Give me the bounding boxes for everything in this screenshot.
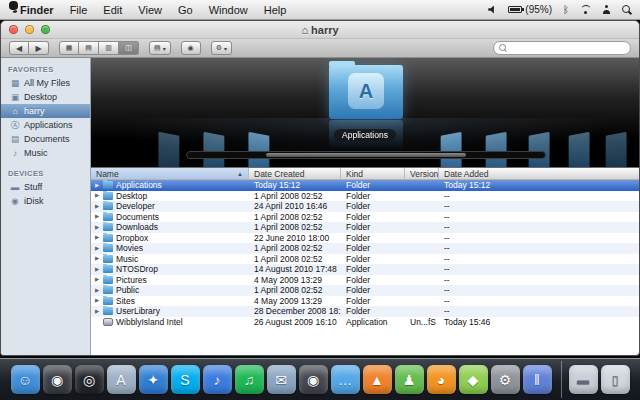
menu-view[interactable]: View [138, 4, 162, 16]
kind-cell: Folder [341, 264, 405, 274]
messages-icon[interactable]: … [331, 365, 360, 394]
bluetooth-icon[interactable]: ᛒ [563, 5, 569, 15]
action-menu-button[interactable]: ⚙▾ [211, 41, 232, 55]
folder-icon [103, 223, 113, 231]
disclosure-triangle-icon[interactable] [95, 246, 102, 252]
table-row[interactable]: NTOSDrop 14 August 2010 17:48 Folder -- [91, 264, 639, 275]
date-added-cell: -- [439, 275, 639, 285]
disclosure-triangle-icon[interactable] [95, 298, 102, 304]
table-row[interactable]: Sites 4 May 2009 13:29 Folder -- [91, 296, 639, 307]
menu-edit[interactable]: Edit [103, 4, 122, 16]
sidebar-item-music[interactable]: ♪ Music [1, 146, 90, 160]
mail-icon[interactable]: ✉ [267, 365, 296, 394]
column-header-version[interactable]: Version [405, 168, 439, 179]
kind-cell: Folder [341, 306, 405, 316]
column-header-date-created[interactable]: Date Created [249, 168, 341, 179]
dock-icon-glyph: ♪ [214, 373, 221, 387]
table-row[interactable]: Documents 1 April 2008 02:52 Folder -- [91, 212, 639, 223]
chevron-down-icon: ▾ [224, 45, 227, 52]
table-row[interactable]: WibblyIsland Intel 26 August 2009 16:10 … [91, 317, 639, 328]
adium-icon[interactable]: ♟ [395, 365, 424, 394]
column-header-date-added[interactable]: Date Added [439, 168, 639, 179]
disclosure-triangle-icon[interactable] [95, 204, 102, 210]
volume-icon[interactable] [488, 6, 497, 14]
column-header-kind[interactable]: Kind [341, 168, 405, 179]
menu-file[interactable]: File [70, 4, 88, 16]
battery-indicator[interactable]: (95%) [508, 4, 552, 15]
table-row[interactable]: Applications Today 15:12 Folder Today 15… [91, 180, 639, 191]
finder-icon[interactable]: ☺ [11, 365, 40, 394]
coverflow-scrollbar[interactable] [186, 151, 546, 159]
back-button[interactable]: ◀ [9, 41, 29, 55]
aperture-icon[interactable]: ◉ [299, 365, 328, 394]
date-created-cell: 22 June 2010 18:00 [249, 233, 341, 243]
table-row[interactable]: Music 1 April 2008 02:52 Folder -- [91, 254, 639, 265]
file-name: Dropbox [116, 233, 148, 243]
column-header-name[interactable]: Name▲ [91, 168, 249, 179]
sidebar-item-harry[interactable]: ⌂ harry [1, 104, 90, 118]
sidebar-item-stuff[interactable]: ▬ Stuff [1, 180, 90, 194]
sidebar-item-all-my-files[interactable]: ▦ All My Files [1, 76, 90, 90]
table-row[interactable]: Pictures 4 May 2009 13:29 Folder -- [91, 275, 639, 286]
spotlight-icon[interactable] [622, 5, 632, 15]
search-input[interactable] [511, 43, 625, 53]
menu-finder[interactable]: Finder [20, 4, 54, 16]
kind-cell: Folder [341, 201, 405, 211]
disclosure-triangle-icon[interactable] [95, 277, 102, 283]
external-drive-icon[interactable]: ▬ [569, 365, 598, 394]
dock-icon-glyph: ⚙ [499, 373, 512, 387]
menu-help[interactable]: Help [264, 4, 287, 16]
sidebar-item-applications[interactable]: Ⓐ Applications [1, 118, 90, 132]
disclosure-triangle-icon[interactable] [95, 193, 102, 199]
photo-booth-icon[interactable]: ◎ [75, 365, 104, 394]
trash-icon[interactable]: ▯ [601, 365, 630, 394]
search-field[interactable] [493, 41, 631, 55]
forward-button[interactable]: ▶ [29, 41, 49, 55]
icon-view-button[interactable]: ▦ [59, 41, 79, 55]
sidebar-item-idisk[interactable]: ◉ iDisk [1, 194, 90, 208]
disclosure-triangle-icon[interactable] [95, 267, 102, 273]
quick-look-button[interactable]: ◉ [181, 41, 201, 55]
list-view-button[interactable]: ▤ [79, 41, 99, 55]
table-row[interactable]: UserLibrary 28 December 2008 18:23 Folde… [91, 306, 639, 317]
table-row[interactable]: Desktop 1 April 2008 02:52 Folder -- [91, 191, 639, 202]
table-row[interactable]: Downloads 1 April 2008 02:52 Folder -- [91, 222, 639, 233]
disclosure-triangle-icon[interactable] [95, 235, 102, 241]
table-row[interactable]: Dropbox 22 June 2010 18:00 Folder -- [91, 233, 639, 244]
coverflow-scrollbar-thumb[interactable] [266, 153, 466, 157]
app-store-icon[interactable]: A [107, 365, 136, 394]
menu-window[interactable]: Window [209, 4, 248, 16]
arrange-menu-button[interactable]: ▤▾ [149, 41, 171, 55]
coverflow-selected-folder[interactable]: A [329, 65, 403, 119]
spotify-icon[interactable]: ♫ [235, 365, 264, 394]
date-created-cell: 14 August 2010 17:48 [249, 264, 341, 274]
wifi-icon[interactable] [580, 5, 591, 14]
date-created-cell: 1 April 2008 02:52 [249, 191, 341, 201]
disclosure-triangle-icon[interactable] [95, 214, 102, 220]
disclosure-triangle-icon[interactable] [95, 309, 102, 315]
disclosure-triangle-icon[interactable] [95, 225, 102, 231]
safari-icon[interactable]: ✦ [139, 365, 168, 394]
table-row[interactable]: Public 1 April 2008 02:52 Folder -- [91, 285, 639, 296]
table-row[interactable]: Movies 1 April 2008 02:52 Folder -- [91, 243, 639, 254]
disclosure-triangle-icon[interactable] [95, 256, 102, 262]
system-preferences-icon[interactable]: ⚙ [491, 365, 520, 394]
column-view-button[interactable]: ▥ [99, 41, 119, 55]
dock-icon-glyph: A [116, 373, 125, 387]
sidebar-item-desktop[interactable]: ▣ Desktop [1, 90, 90, 104]
vlc-icon[interactable]: ▲ [363, 365, 392, 394]
coverflow-view-button[interactable]: ◫ [119, 41, 139, 55]
disclosure-triangle-icon[interactable] [95, 183, 102, 189]
parallels-icon[interactable]: ‖ [523, 365, 552, 394]
itunes-icon[interactable]: ♪ [203, 365, 232, 394]
table-row[interactable]: Developer 24 April 2010 16:46 Folder -- [91, 201, 639, 212]
user-switch-icon[interactable] [602, 5, 611, 14]
dashboard-icon[interactable]: ◉ [43, 365, 72, 394]
disclosure-triangle-icon[interactable] [95, 288, 102, 294]
firefox-icon[interactable]: ◕ [427, 365, 456, 394]
title-bar[interactable]: ⌂harry [1, 21, 639, 39]
menu-go[interactable]: Go [178, 4, 193, 16]
skype-icon[interactable]: S [171, 365, 200, 394]
limewire-icon[interactable]: ◆ [459, 365, 488, 394]
sidebar-item-documents[interactable]: ▤ Documents [1, 132, 90, 146]
